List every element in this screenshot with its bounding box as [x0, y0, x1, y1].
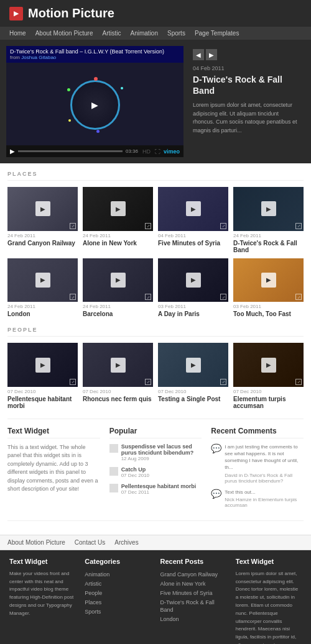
play-overlay: [35, 273, 50, 288]
footer-link-artistic[interactable]: Artistic: [85, 581, 101, 587]
expand-icon: ⤢: [70, 223, 76, 229]
sub-nav-contact[interactable]: Contact Us: [75, 539, 105, 546]
featured-video[interactable]: D-Twice's Rock & Fall band – I.G.L.W.Y (…: [6, 46, 183, 157]
video-thumb[interactable]: ⤢: [83, 343, 153, 387]
list-item: 💬 Text this out... Nick Hamze in Element…: [211, 489, 304, 508]
footer-col2-title: Categories: [85, 558, 151, 565]
hd-badge: HD: [142, 148, 151, 155]
video-thumb[interactable]: ⤢: [233, 187, 304, 231]
list-item[interactable]: ⤢ 24 Feb 2011 Grand Canyon Railway: [7, 187, 78, 253]
play-overlay: [186, 273, 201, 288]
sub-nav-archives[interactable]: Archives: [114, 539, 138, 546]
footer-post-4[interactable]: D-Twice's Rock & Fall Band: [160, 599, 215, 613]
featured-nav-arrows: ◀ ▶: [193, 49, 302, 60]
video-thumb[interactable]: ⤢: [7, 343, 78, 387]
nav-about[interactable]: About Motion Picture: [35, 30, 93, 37]
list-item[interactable]: ⤢ 24 Feb 2011 London: [7, 258, 78, 318]
popular-widget: Popular Suspendisse vel lacus sed purus …: [109, 427, 202, 513]
expand-icon: ⤢: [145, 379, 151, 385]
video-meta: 24 Feb 2011: [83, 233, 153, 238]
video-title: Too Much, Too Fast: [233, 311, 304, 317]
popular-widget-title: Popular: [109, 427, 202, 438]
popular-icon: [109, 484, 118, 492]
video-title: Alone in New York: [83, 240, 153, 247]
video-thumb[interactable]: ⤢: [158, 343, 228, 387]
text-widget-title: Text Widget: [7, 427, 100, 438]
nav-sports[interactable]: Sports: [167, 30, 185, 37]
footer-post-3[interactable]: Five Minutes of Syria: [160, 590, 213, 596]
footer-col-4: Text Widget Lorem ipsum dolor sit amet, …: [236, 558, 302, 644]
sub-nav-about[interactable]: About Motion Picture: [7, 539, 65, 546]
expand-icon: ⤢: [220, 223, 226, 229]
play-overlay: [111, 273, 126, 288]
footer-link-places[interactable]: Places: [85, 599, 101, 605]
places-label: PLACES: [7, 171, 304, 181]
nav-page-templates[interactable]: Page Templates: [195, 30, 239, 37]
play-overlay: [111, 358, 126, 373]
nav-artistic[interactable]: Artistic: [103, 30, 121, 37]
footer-link-animation[interactable]: Animation: [85, 571, 109, 578]
footer-col1-text: Make your videos front and center with t…: [9, 570, 75, 618]
footer-post-1[interactable]: Grand Canyon Railway: [160, 571, 218, 578]
popular-icon: [109, 467, 118, 476]
list-item[interactable]: ⤢ 07 Dec 2010 Testing a Single Post: [158, 343, 228, 409]
list-item[interactable]: Suspendisse vel lacus sed purus tincidun…: [109, 443, 202, 461]
video-meta: 07 Dec 2010: [7, 389, 78, 394]
footer-post-5[interactable]: London: [160, 616, 179, 622]
list-item[interactable]: ⤢ 03 Feb 2011 Too Much, Too Fast: [233, 258, 304, 318]
video-thumb[interactable]: ⤢: [233, 343, 304, 387]
video-thumb[interactable]: ⤢: [7, 258, 78, 302]
video-thumb[interactable]: ⤢: [233, 258, 304, 302]
video-title: Grand Canyon Railway: [7, 240, 78, 247]
featured-next-button[interactable]: ▶: [206, 49, 217, 60]
footer-link-sports[interactable]: Sports: [85, 609, 101, 615]
popular-item-title: Suspendisse vel lacus sed purus tincidun…: [121, 443, 202, 456]
list-item[interactable]: ⤢ 24 Feb 2011 D-Twice's Rock & Fall Band: [233, 187, 304, 253]
list-item[interactable]: ⤢ 24 Feb 2011 Alone in New York: [83, 187, 153, 253]
list-item[interactable]: ⤢ 07 Dec 2010 Rhoncus nec ferm quis: [83, 343, 153, 409]
list-item[interactable]: ⤢ 07 Dec 2010 Elementum turpis accumsan: [233, 343, 304, 409]
video-title: A Day in Paris: [158, 311, 228, 317]
fullscreen-icon[interactable]: ⛶: [155, 148, 160, 155]
featured-video-from: from Joshua Gitabao: [10, 55, 180, 60]
comment-icon: 💬: [211, 443, 221, 453]
footer-link-people[interactable]: People: [85, 590, 102, 596]
footer-col-3: Recent Posts Grand Canyon Railway Alone …: [160, 558, 226, 644]
footer-post-2[interactable]: Alone in New York: [160, 581, 206, 587]
play-overlay: [261, 201, 276, 216]
expand-icon: ⤢: [145, 223, 151, 229]
list-item[interactable]: ⤢ 03 Feb 2011 A Day in Paris: [158, 258, 228, 318]
comment-text: Text this out...: [225, 489, 304, 496]
video-title: D-Twice's Rock & Fall Band: [233, 240, 304, 253]
play-overlay: [186, 201, 201, 216]
list-item[interactable]: Pellentesque habitant morbi 07 Dec 2011: [109, 483, 202, 495]
progress-bar[interactable]: [18, 150, 123, 152]
featured-prev-button[interactable]: ◀: [193, 49, 204, 60]
popular-item-title: Catch Up: [121, 466, 149, 473]
people-label: PEOPLE: [7, 327, 304, 337]
video-meta: 07 Dec 2010: [233, 389, 304, 394]
video-thumb[interactable]: ⤢: [7, 187, 78, 231]
video-thumb[interactable]: ⤢: [83, 258, 153, 302]
popular-icon: [109, 444, 118, 453]
featured-video-heading: D-Twice's Rock & Fall band – I.G.L.W.Y (…: [10, 48, 180, 55]
play-button[interactable]: ▶: [10, 148, 15, 155]
list-item[interactable]: ⤢ 07 Dec 2010 Pellentesque habitant morb…: [7, 343, 78, 409]
nav-home[interactable]: Home: [9, 30, 26, 37]
video-thumb[interactable]: ⤢: [83, 187, 153, 231]
expand-icon: ⤢: [220, 294, 226, 300]
video-thumb[interactable]: ⤢: [158, 187, 228, 231]
list-item[interactable]: ⤢ 04 Feb 2011 Five Minutes of Syria: [158, 187, 228, 253]
nav-animation[interactable]: Animation: [131, 30, 158, 37]
featured-info: ◀ ▶ 04 Feb 2011 D-Twice's Rock & Fall Ba…: [190, 46, 305, 157]
footer-col4-title: Text Widget: [236, 558, 302, 565]
recent-comments-title: Recent Comments: [211, 427, 304, 438]
video-thumb[interactable]: ⤢: [158, 258, 228, 302]
expand-icon: ⤢: [220, 379, 226, 385]
expand-icon: ⤢: [295, 379, 302, 385]
footer-col1-title: Text Widget: [9, 558, 75, 565]
video-meta: 03 Feb 2011: [233, 304, 304, 309]
featured-video-thumb[interactable]: D-Twice's Rock & Fall band – I.G.L.W.Y (…: [6, 46, 183, 145]
list-item[interactable]: ⤢ 24 Feb 2011 Barcelona: [83, 258, 153, 318]
list-item[interactable]: Catch Up 07 Dec 2010: [109, 466, 202, 478]
